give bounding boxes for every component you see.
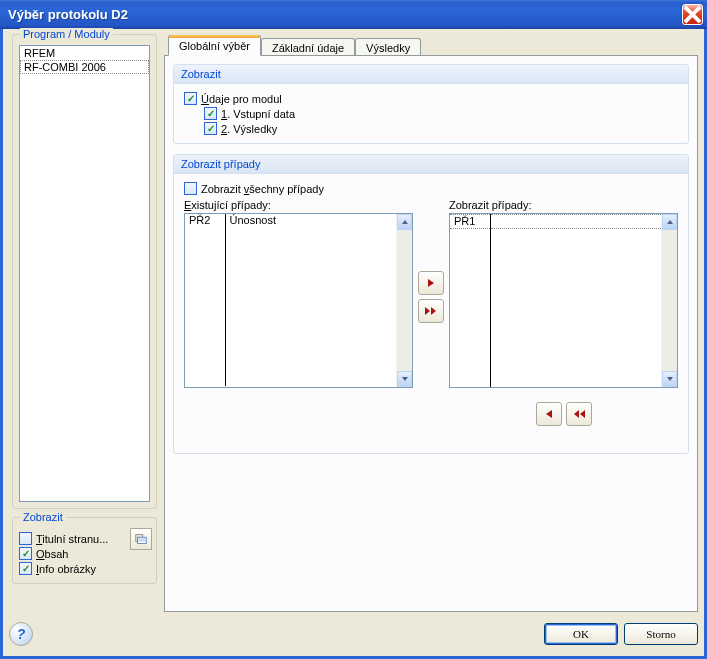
chevron-up-icon <box>666 218 674 226</box>
show-cases-label: Zobrazit případy: <box>449 199 678 211</box>
table-row: PŘ2Únosnost <box>185 214 396 228</box>
zobrazit-legend: Zobrazit <box>20 511 66 523</box>
scroll-up-button[interactable] <box>397 214 412 230</box>
tabstrip: Globální výběr Základní údaje Výsledky <box>164 34 698 56</box>
close-icon <box>683 5 702 24</box>
triangle-left-icon <box>544 409 554 419</box>
checkbox-icon <box>19 562 32 575</box>
move-left-all-button[interactable] <box>566 402 592 426</box>
ok-button[interactable]: OK <box>544 623 618 645</box>
checkbox-icon <box>204 107 217 120</box>
chk-info[interactable]: Info obrázky <box>19 562 150 575</box>
existing-cases-label: Existující případy: <box>184 199 413 211</box>
checkbox-icon <box>184 182 197 195</box>
tab-global[interactable]: Globální výběr <box>168 35 261 56</box>
group-pripady-header: Zobrazit případy <box>174 155 688 174</box>
chevron-down-icon <box>401 375 409 383</box>
window-title: Výběr protokolu D2 <box>8 7 682 22</box>
storno-button[interactable]: Storno <box>624 623 698 645</box>
existing-cases-list[interactable]: PŘ2Únosnost <box>184 213 413 388</box>
checkbox-icon <box>184 92 197 105</box>
checkbox-icon <box>19 547 32 560</box>
move-right-button[interactable] <box>418 271 444 295</box>
transfer-buttons <box>413 199 449 325</box>
scrollbar[interactable] <box>396 214 412 387</box>
checkbox-icon <box>204 122 217 135</box>
table-row: PŘ1 <box>450 215 661 229</box>
move-left-button[interactable] <box>536 402 562 426</box>
bottom-bar: ? OK Storno <box>9 618 698 650</box>
tab-panel: Zobrazit Údaje pro modul 1. Vstupní data… <box>164 55 698 612</box>
double-left-icon <box>572 409 586 419</box>
chk-vstupni[interactable]: 1. Vstupní data <box>204 107 678 120</box>
scroll-down-button[interactable] <box>662 371 677 387</box>
double-right-icon <box>424 306 438 316</box>
module-item-rfcombi[interactable]: RF-COMBI 2006 <box>20 60 149 74</box>
chk-udaje[interactable]: Údaje pro modul <box>184 92 678 105</box>
group-zobrazit: Zobrazit Údaje pro modul 1. Vstupní data… <box>173 64 689 144</box>
modules-legend: Program / Moduly <box>20 28 113 40</box>
group-pripady: Zobrazit případy Zobrazit všechny případ… <box>173 154 689 454</box>
help-button[interactable]: ? <box>9 622 33 646</box>
close-button[interactable] <box>682 4 703 25</box>
checkbox-icon <box>19 532 32 545</box>
chk-vysledky[interactable]: 2. Výsledky <box>204 122 678 135</box>
chk-obsah[interactable]: Obsah <box>19 547 150 560</box>
zobrazit-group: Zobrazit Titulní stranu... Obsah Info ob… <box>12 517 157 584</box>
move-right-all-button[interactable] <box>418 299 444 323</box>
chk-vsechny[interactable]: Zobrazit všechny případy <box>184 182 678 195</box>
modules-list[interactable]: RFEM RF-COMBI 2006 <box>19 45 150 502</box>
help-icon: ? <box>17 626 26 642</box>
show-cases-col: Zobrazit případy: PŘ1 <box>449 199 678 428</box>
scroll-up-button[interactable] <box>662 214 677 230</box>
modules-group: Program / Moduly RFEM RF-COMBI 2006 <box>12 34 157 509</box>
group-zobrazit-header: Zobrazit <box>174 65 688 84</box>
scrollbar[interactable] <box>661 214 677 387</box>
titlebar: Výběr protokolu D2 <box>0 0 707 29</box>
triangle-right-icon <box>426 278 436 288</box>
show-cases-list[interactable]: PŘ1 <box>449 213 678 388</box>
scroll-down-button[interactable] <box>397 371 412 387</box>
module-item-rfem[interactable]: RFEM <box>20 46 149 60</box>
chevron-up-icon <box>401 218 409 226</box>
chk-titulni[interactable]: Titulní stranu... <box>19 532 150 545</box>
existing-cases-col: Existující případy: PŘ2Únosnost <box>184 199 413 388</box>
chevron-down-icon <box>666 375 674 383</box>
